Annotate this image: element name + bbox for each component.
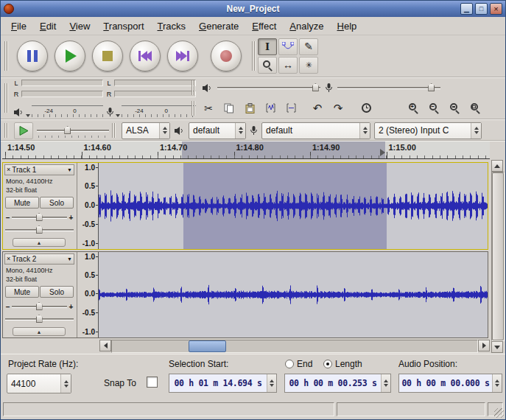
track-close-icon[interactable]: ×	[7, 256, 10, 262]
device-toolbar-grip[interactable]	[112, 123, 116, 138]
play-button[interactable]	[55, 41, 85, 71]
skip-to-end-button[interactable]	[167, 41, 198, 71]
audio-host-select[interactable]: ALSA	[122, 122, 170, 139]
output-volume-slider[interactable]	[217, 83, 320, 93]
menu-tracks[interactable]: Tracks	[151, 18, 193, 34]
playback-meter[interactable]: L R -24 0	[13, 79, 103, 117]
menu-file[interactable]: File	[4, 18, 33, 34]
playhead-pointer-icon[interactable]	[380, 149, 385, 156]
transport-toolbar-grip[interactable]	[4, 41, 8, 71]
track-1-solo-button[interactable]: Solo	[40, 197, 74, 209]
meter-dropdown-icon[interactable]	[116, 114, 120, 117]
timeline-ruler[interactable]: 1:14.50 1:14.60 1:14.70 1:14.80 1:14.90 …	[2, 141, 490, 159]
track-2-header[interactable]: × Track 2 ▼	[4, 253, 74, 265]
track-1-vertical-ruler[interactable]: 1.0 0.5 0.0 -0.5 -1.0	[77, 163, 99, 249]
record-button[interactable]	[211, 41, 242, 71]
track-1-mute-button[interactable]: Mute	[5, 197, 39, 209]
pause-button[interactable]	[17, 41, 48, 71]
playback-speed-thumb[interactable]	[64, 126, 71, 134]
meter-dropdown-icon[interactable]	[26, 114, 30, 117]
meter-toolbar-grip[interactable]	[4, 83, 8, 113]
length-radio-label[interactable]: Length	[335, 359, 362, 369]
resize-grip-icon[interactable]	[494, 408, 504, 418]
scroll-left-arrow-icon[interactable]	[99, 340, 111, 351]
envelope-tool-button[interactable]	[278, 38, 298, 55]
track-1-waveform[interactable]	[99, 163, 488, 249]
output-device-select[interactable]: default	[189, 122, 246, 139]
track-2-mute-button[interactable]: Mute	[5, 286, 39, 298]
track-menu-icon[interactable]: ▼	[67, 256, 72, 262]
cut-button[interactable]: ✂	[199, 99, 218, 116]
undo-button[interactable]: ↶	[308, 99, 327, 116]
vertical-scrollbar[interactable]	[491, 160, 505, 353]
input-channels-select[interactable]: 2 (Stereo) Input C	[374, 122, 482, 139]
scroll-right-arrow-icon[interactable]	[478, 340, 490, 351]
menu-analyze[interactable]: Analyze	[283, 18, 330, 34]
vertical-scroll-thumb[interactable]	[492, 172, 504, 340]
track-2-waveform[interactable]	[99, 252, 488, 337]
scroll-up-arrow-icon[interactable]	[491, 160, 503, 172]
end-radio[interactable]	[285, 360, 294, 368]
track-1-collapse-button[interactable]: ▲	[13, 238, 66, 247]
track-1-gain-thumb[interactable]	[36, 213, 43, 221]
track-2-wave-area[interactable]	[99, 252, 488, 337]
trim-audio-button[interactable]	[261, 99, 280, 116]
input-device-select[interactable]: default	[261, 122, 370, 139]
minimize-button[interactable]: ▁	[460, 3, 473, 15]
multi-tool-button[interactable]: ✳	[299, 57, 318, 74]
selection-tool-button[interactable]: I	[258, 38, 277, 55]
menu-edit[interactable]: Edit	[33, 18, 63, 34]
edit-toolbar-grip[interactable]	[191, 101, 195, 116]
track-1-title[interactable]: Track 1	[12, 166, 66, 174]
track-2-gain-slider[interactable]	[12, 301, 67, 312]
horizontal-scroll-track[interactable]	[111, 340, 478, 353]
track-2-solo-button[interactable]: Solo	[40, 286, 74, 298]
track-1-pan-thumb[interactable]	[36, 225, 43, 234]
tools-toolbar-grip[interactable]	[252, 41, 256, 71]
maximize-button[interactable]: □	[475, 3, 488, 15]
menu-view[interactable]: View	[63, 18, 96, 34]
input-volume-thumb[interactable]	[428, 83, 435, 91]
vertical-scroll-track[interactable]	[491, 172, 505, 341]
zoom-in-button[interactable]: +	[404, 99, 423, 116]
silence-audio-button[interactable]	[281, 99, 301, 116]
track-2-vertical-ruler[interactable]: 1.0 0.5 0.0 -0.5 -1.0	[77, 252, 99, 337]
track-2-collapse-button[interactable]: ▲	[13, 327, 66, 336]
mixer-toolbar-grip[interactable]	[191, 80, 195, 95]
audio-position-time-field[interactable]: 00 h 00 m 00.000 s	[398, 374, 502, 393]
title-bar[interactable]: New_Project ▁ □ ×	[1, 1, 505, 17]
menu-help[interactable]: Help	[331, 18, 364, 34]
paste-button[interactable]	[240, 99, 259, 116]
horizontal-scrollbar[interactable]	[99, 340, 490, 353]
copy-button[interactable]	[219, 99, 239, 116]
track-close-icon[interactable]: ×	[7, 167, 10, 173]
close-button[interactable]: ×	[490, 3, 502, 15]
snap-to-checkbox[interactable]	[147, 377, 158, 388]
end-radio-label[interactable]: End	[297, 359, 312, 369]
scroll-down-arrow-icon[interactable]	[491, 341, 503, 353]
track-2-title[interactable]: Track 2	[12, 255, 66, 263]
project-rate-select[interactable]: 44100	[7, 374, 71, 393]
zoom-tool-button[interactable]	[258, 57, 277, 74]
recording-meter[interactable]: L R -24 0	[106, 79, 196, 117]
track-1-header[interactable]: × Track 1 ▼	[4, 164, 74, 175]
length-radio[interactable]	[323, 360, 332, 368]
track-1-gain-slider[interactable]	[12, 212, 67, 223]
timeshift-tool-button[interactable]: ↔	[278, 57, 298, 74]
redo-button[interactable]: ↷	[328, 99, 348, 116]
track-2-gain-thumb[interactable]	[36, 302, 43, 310]
skip-to-start-button[interactable]	[130, 41, 161, 71]
selection-start-time-field[interactable]: 00 h 01 m 14.694 s	[169, 374, 277, 393]
menu-effect[interactable]: Effect	[245, 18, 283, 34]
sync-lock-button[interactable]	[356, 99, 376, 116]
stop-button[interactable]	[92, 41, 123, 71]
menu-generate[interactable]: Generate	[192, 18, 245, 34]
track-2-pan-slider[interactable]	[5, 314, 74, 324]
selection-length-time-field[interactable]: 00 h 00 m 00.253 s	[284, 374, 391, 393]
input-volume-slider[interactable]	[337, 83, 440, 93]
menu-transport[interactable]: Transport	[96, 18, 150, 34]
draw-tool-button[interactable]: ✎	[299, 38, 318, 55]
track-1-pan-slider[interactable]	[5, 225, 74, 235]
output-volume-thumb[interactable]	[312, 83, 319, 91]
transcription-toolbar-grip[interactable]	[4, 123, 8, 138]
